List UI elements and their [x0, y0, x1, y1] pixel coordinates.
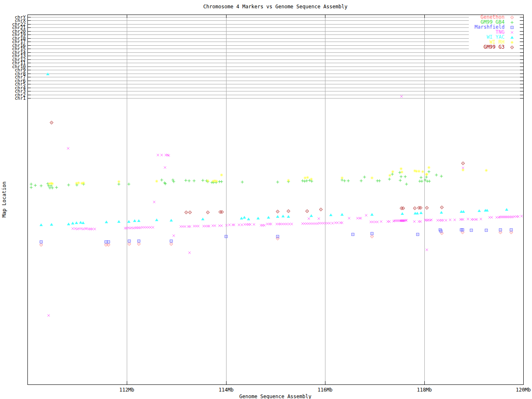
point-gm99-gb4 — [301, 180, 304, 182]
point-tng — [152, 226, 154, 229]
point-tng — [504, 216, 507, 218]
point-tng — [341, 222, 343, 224]
chart-figure: Chromosome 4 Markers vs Genome Sequence … — [0, 0, 532, 399]
point-wi-yac — [462, 210, 465, 213]
point-wi-rh — [51, 182, 54, 185]
point-tng — [184, 225, 186, 228]
point-gm99-gb4 — [276, 181, 279, 184]
point-tng — [76, 228, 79, 230]
point-tng — [164, 166, 166, 169]
point-tng — [413, 220, 416, 223]
point-tng — [238, 224, 240, 226]
point-wi-yac — [39, 224, 43, 226]
point-tng — [520, 215, 523, 217]
point-tng — [475, 218, 478, 221]
point-wi-yac — [155, 219, 158, 221]
point-tng — [286, 223, 288, 225]
point-gm99-gb4 — [347, 180, 350, 182]
point-wi-yac — [81, 222, 85, 224]
point-marshfield — [416, 233, 419, 236]
point-tng — [225, 224, 228, 227]
point-wi-yac — [170, 219, 173, 222]
point-gm99-gb4 — [51, 187, 54, 190]
point-tng — [141, 226, 143, 229]
point-gm99-gb4 — [363, 176, 366, 179]
point-tng — [336, 222, 339, 224]
point-tng — [143, 226, 145, 229]
point-wi-rh — [77, 182, 80, 185]
point-gm99-gb4 — [185, 179, 187, 182]
point-gm99-g3 — [319, 208, 323, 211]
point-tng — [232, 224, 234, 226]
point-wi-rh — [392, 170, 394, 173]
point-tng — [449, 219, 451, 221]
point-gm99-gb4 — [202, 179, 204, 182]
point-tng — [249, 223, 251, 226]
point-marshfield — [470, 229, 473, 232]
point-tng — [459, 218, 462, 221]
legend: GenethonGM99 GB4MarshfieldTNGWI YACWI RH… — [469, 15, 520, 49]
point-wi-yac — [71, 222, 74, 224]
point-tng — [490, 216, 493, 219]
point-tng — [426, 219, 429, 222]
point-wi-yac — [340, 213, 344, 216]
point-tng — [208, 225, 210, 227]
point-tng — [157, 154, 159, 156]
point-wi-rh — [401, 171, 404, 174]
point-tng — [376, 221, 379, 223]
point-tng — [263, 224, 266, 227]
point-genethon — [39, 243, 43, 246]
point-marshfield — [371, 232, 373, 235]
point-tng — [279, 223, 282, 225]
point-gm99-gb4 — [391, 173, 394, 176]
point-tng — [214, 224, 216, 227]
point-tng — [324, 222, 327, 224]
point-tng — [220, 224, 223, 227]
point-tng — [445, 219, 447, 222]
point-tng — [67, 147, 69, 150]
point-wi-yac — [50, 223, 53, 226]
point-gm99-gb4 — [34, 184, 37, 187]
point-gm99-gb4 — [400, 175, 403, 178]
point-genethon — [440, 232, 443, 235]
point-tng — [270, 223, 272, 225]
point-gm99-g3 — [50, 121, 53, 124]
point-tng — [360, 217, 362, 219]
point-tng — [331, 222, 334, 224]
point-wi-yac — [440, 211, 443, 214]
wi-yac-marker-icon — [509, 35, 515, 40]
point-marshfield — [485, 229, 488, 232]
point-wi-yac — [310, 214, 313, 217]
point-tng — [442, 219, 444, 222]
gridlines — [27, 15, 523, 384]
point-wi-rh — [371, 177, 374, 180]
point-genethon — [370, 235, 374, 238]
point-tng — [195, 225, 197, 227]
tng-marker-icon — [509, 30, 515, 35]
point-tng — [419, 220, 422, 223]
point-wi-rh — [428, 166, 431, 169]
point-tng — [312, 222, 314, 225]
point-tng — [462, 218, 464, 221]
point-marshfield — [352, 233, 354, 236]
x-axis-tick-label: 112Mb — [113, 387, 140, 393]
point-tng — [172, 234, 175, 237]
point-tng — [301, 222, 304, 225]
point-tng — [291, 223, 293, 225]
point-tng — [276, 223, 278, 225]
point-tng — [308, 222, 310, 225]
point-tng — [318, 222, 320, 224]
point-wi-yac — [127, 220, 131, 223]
point-wi-rh — [341, 177, 344, 180]
point-marshfield — [40, 241, 42, 243]
x-axis-tick-label: 116Mb — [312, 387, 338, 393]
point-tng — [182, 225, 184, 228]
point-wi-yac — [416, 212, 419, 214]
point-tng — [488, 216, 491, 219]
point-tng — [145, 226, 148, 229]
point-gm99-gb4 — [193, 180, 196, 182]
data-points — [30, 73, 523, 317]
point-tng — [288, 223, 291, 225]
point-marshfield — [276, 235, 279, 238]
point-wi-yac — [75, 222, 78, 224]
